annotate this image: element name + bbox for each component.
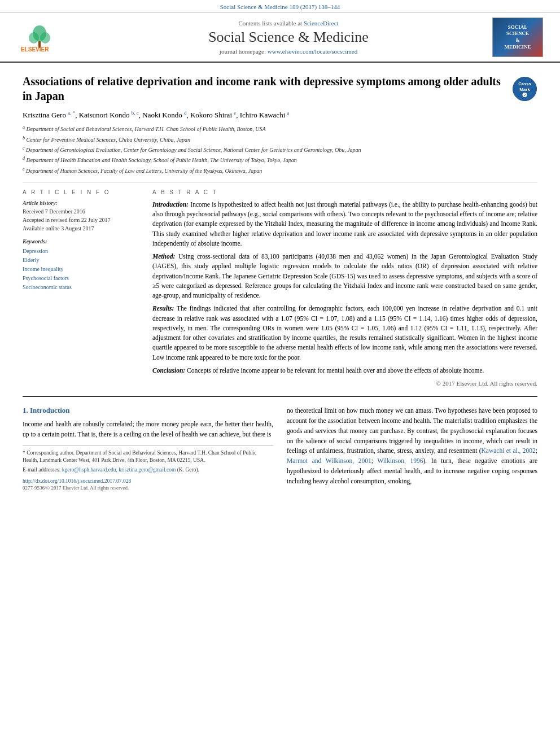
abstract-intro-label: Introduction: <box>152 201 189 208</box>
article-info-abstract-section: A R T I C L E I N F O Article history: R… <box>23 189 537 387</box>
journal-citation-text: Social Science & Medicine 189 (2017) 138… <box>220 3 340 10</box>
abstract-method-text: Using cross-sectional data of 83,100 par… <box>152 253 537 299</box>
introduction-right-text: no theoretical limit on how much money w… <box>287 406 537 487</box>
email-note: E-mail addresses: kgero@hsph.harvard.edu… <box>23 466 273 474</box>
separator-1 <box>23 182 537 182</box>
ref-kawachi-2002[interactable]: Kawachi et al., 2002 <box>482 447 536 454</box>
affiliation-b: b Center for Preventive Medical Sciences… <box>23 135 537 144</box>
intro-para-right-1: no theoretical limit on how much money w… <box>287 406 537 487</box>
issn-line: 0277-9536/© 2017 Elsevier Ltd. All right… <box>23 485 273 491</box>
svg-point-2 <box>29 32 39 43</box>
sciencedirect-line: Contents lists available at ScienceDirec… <box>90 20 487 27</box>
received-date: Received 7 December 2016 <box>23 207 141 216</box>
authors-line: Krisztina Gero a, *, Katsunori Kondo b, … <box>23 110 537 120</box>
elsevier-logo: ELSEVIER <box>20 22 82 53</box>
section-1-number: 1. <box>23 406 28 414</box>
email-link[interactable]: kgero@hsph.harvard.edu, krisztina.gero@g… <box>62 467 176 473</box>
author-3-sup: d <box>184 110 187 116</box>
copyright-line: © 2017 Elsevier Ltd. All rights reserved… <box>152 380 537 387</box>
author-4-sup: e <box>234 110 236 116</box>
abstract-conclusion: Conclusion: Concepts of relative income … <box>152 366 537 375</box>
journal-homepage-link[interactable]: www.elsevier.com/locate/socscimed <box>268 48 357 55</box>
article-history-block: Article history: Received 7 December 201… <box>23 200 141 233</box>
doi-line: http://dx.doi.org/10.1016/j.socscimed.20… <box>23 478 273 484</box>
corresponding-author-note: * Corresponding author. Department of So… <box>23 449 273 465</box>
keyword-1: Depression <box>23 247 141 256</box>
svg-text:✓: ✓ <box>523 94 526 97</box>
keyword-4: Psychosocial factors <box>23 274 141 283</box>
keywords-section: Keywords: Depression Elderly Income ineq… <box>23 238 141 292</box>
email-author: (K. Gero). <box>177 467 199 473</box>
abstract-method-label: Method: <box>152 253 175 260</box>
ref-wilkinson-1996[interactable]: Wilkinson, 1996 <box>377 457 423 464</box>
journal-homepage: journal homepage: www.elsevier.com/locat… <box>90 48 487 55</box>
section-divider <box>23 396 537 397</box>
main-content-section: 1. Introduction Income and health are ro… <box>23 406 537 491</box>
journal-title: Social Science & Medicine <box>90 29 487 46</box>
journal-cover-image: SOCIALSCIENCE&MEDICINE <box>492 18 543 57</box>
author-4: Kokoro Shirai <box>190 111 234 119</box>
svg-point-3 <box>40 32 50 43</box>
abstract-conclusion-label: Conclusion: <box>152 367 185 374</box>
article-info-column: A R T I C L E I N F O Article history: R… <box>23 189 141 387</box>
author-5: Ichiro Kawachi <box>240 111 287 119</box>
article-history-label: Article history: <box>23 200 141 206</box>
available-date: Available online 3 August 2017 <box>23 224 141 233</box>
article-body: Associations of relative deprivation and… <box>0 63 560 502</box>
section-1-heading: Introduction <box>30 406 70 414</box>
abstract-text: Introduction: Income is hypothesized to … <box>152 200 537 375</box>
abstract-conclusion-text: Concepts of relative income appear to be… <box>187 367 484 374</box>
abstract-intro-text: Income is hypothesized to affect health … <box>152 201 537 247</box>
affiliation-c: c Department of Gerontological Evaluatio… <box>23 145 537 154</box>
svg-text:Cross: Cross <box>518 81 531 86</box>
sciencedirect-link[interactable]: ScienceDirect <box>304 20 339 27</box>
abstract-column: A B S T R A C T Introduction: Income is … <box>152 189 537 387</box>
ref-marmot-2001[interactable]: Marmot and Wilkinson, 2001 <box>287 457 371 464</box>
doi-link[interactable]: http://dx.doi.org/10.1016/j.socscimed.20… <box>23 478 131 484</box>
article-title: Associations of relative deprivation and… <box>23 74 506 103</box>
abstract-heading: A B S T R A C T <box>152 189 537 195</box>
svg-text:ELSEVIER: ELSEVIER <box>21 46 49 53</box>
author-5-sup: a <box>287 110 290 116</box>
journal-title-section: Contents lists available at ScienceDirec… <box>90 20 487 55</box>
main-right-column: no theoretical limit on how much money w… <box>287 406 537 491</box>
keyword-2: Elderly <box>23 256 141 265</box>
crossmark-badge[interactable]: Cross Mark ✓ <box>512 76 537 102</box>
author-1-sup: a, * <box>68 110 75 116</box>
article-dates: Received 7 December 2016 Accepted in rev… <box>23 207 141 233</box>
journal-logo-section: ELSEVIER <box>11 22 90 53</box>
affiliation-a: a Department of Social and Behavioral Sc… <box>23 124 537 133</box>
footnotes-section: * Corresponding author. Department of So… <box>23 445 273 491</box>
abstract-method: Method: Using cross-sectional data of 83… <box>152 252 537 300</box>
author-2: Katsunori Kondo <box>79 111 132 119</box>
journal-citation-bar: Social Science & Medicine 189 (2017) 138… <box>0 0 560 13</box>
keyword-3: Income inequality <box>23 265 141 274</box>
keyword-5: Socioeconomic status <box>23 283 141 292</box>
svg-text:Mark: Mark <box>519 87 530 92</box>
abstract-results: Results: The findings indicated that aft… <box>152 304 537 362</box>
affiliations-section: a Department of Social and Behavioral Sc… <box>23 124 537 175</box>
author-3: Naoki Kondo <box>142 111 184 119</box>
introduction-left-text: Income and health are robustly correlate… <box>23 420 273 440</box>
revised-date: Accepted in revised form 22 July 2017 <box>23 216 141 224</box>
keywords-label: Keywords: <box>23 238 141 244</box>
journal-cover-section: SOCIALSCIENCE&MEDICINE <box>487 18 549 57</box>
abstract-introduction: Introduction: Income is hypothesized to … <box>152 200 537 248</box>
section-1-title: 1. Introduction <box>23 406 273 415</box>
intro-para-1: Income and health are robustly correlate… <box>23 420 273 440</box>
article-title-section: Associations of relative deprivation and… <box>23 74 537 103</box>
journal-header: ELSEVIER Contents lists available at Sci… <box>0 13 560 63</box>
author-1: Krisztina Gero <box>23 111 68 119</box>
article-info-heading: A R T I C L E I N F O <box>23 189 141 195</box>
affiliation-d: d Department of Health Education and Hea… <box>23 155 537 164</box>
abstract-results-text: The findings indicated that after contro… <box>152 305 537 360</box>
affiliation-e: e Department of Human Sciences, Faculty … <box>23 166 537 175</box>
main-left-column: 1. Introduction Income and health are ro… <box>23 406 273 491</box>
abstract-results-label: Results: <box>152 305 174 312</box>
email-prefix: E-mail addresses: <box>23 467 60 473</box>
author-2-sup: b, c <box>132 110 139 116</box>
